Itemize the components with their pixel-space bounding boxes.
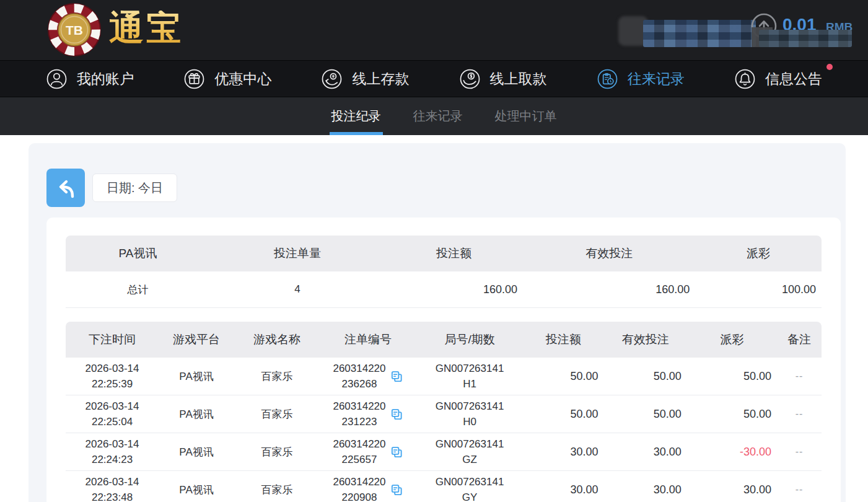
summary-header-valid-bet: 有效投注 — [523, 236, 695, 271]
back-button[interactable] — [46, 169, 85, 207]
bets-header-round: 局号/期数 — [416, 322, 523, 358]
cell-bet-amount: 30.00 — [523, 471, 604, 502]
app-root: TB 通宝 0.01 RMB 我的账户 — [0, 0, 868, 502]
toolbar: 日期: 今日 — [46, 169, 846, 207]
bets-header-platform: 游戏平台 — [159, 322, 234, 358]
content-panel: 日期: 今日 PA视讯 投注单量 投注额 有效投注 — [28, 143, 846, 502]
cell-round: GN007263141H0 — [416, 395, 523, 433]
bet-row: 2026-03-1422:25:39 PA视讯 百家乐 260314220236… — [66, 358, 822, 395]
nav-item-online-withdraw[interactable]: 线上取款 — [459, 68, 547, 90]
tab-bet-records[interactable]: 投注纪录 — [330, 97, 383, 135]
bets-header-note: 备注 — [777, 322, 822, 358]
cell-bet-time: 2026-03-1422:25:39 — [66, 358, 159, 395]
cell-game: 百家乐 — [234, 395, 320, 433]
tab-pending-orders[interactable]: 处理中订单 — [493, 97, 559, 135]
nav-item-promo-center[interactable]: 优惠中心 — [183, 68, 271, 90]
bell-icon — [734, 68, 756, 90]
summary-total-row: 总计 4 160.00 160.00 100.00 — [66, 271, 822, 308]
cell-bet-no: 260314220225657 — [320, 433, 416, 471]
cell-platform: PA视讯 — [159, 358, 234, 395]
gift-icon — [183, 68, 205, 90]
cell-game: 百家乐 — [234, 471, 320, 502]
copy-icon[interactable] — [390, 446, 403, 459]
summary-bet-amount: 160.00 — [385, 271, 523, 308]
cell-round: GN007263141H1 — [416, 358, 523, 395]
main-content: 日期: 今日 PA视讯 投注单量 投注额 有效投注 — [0, 143, 868, 502]
cell-bet-amount: 50.00 — [523, 395, 604, 433]
bets-header-game: 游戏名称 — [234, 322, 320, 358]
cell-valid-bet: 30.00 — [604, 433, 687, 471]
bets-header-payout: 派彩 — [687, 322, 777, 358]
date-filter-label: 日期: 今日 — [107, 180, 163, 196]
bets-table: 下注时间 游戏平台 游戏名称 注单编号 局号/期数 投注额 有效投注 派彩 备注 — [66, 322, 822, 502]
cell-round: GN007263141GY — [416, 471, 523, 502]
username-masked[interactable] — [613, 15, 761, 48]
cell-payout: 50.00 — [687, 395, 777, 433]
nav-item-announcements[interactable]: 信息公告 — [734, 68, 822, 90]
cell-valid-bet: 50.00 — [604, 358, 687, 395]
cell-bet-time: 2026-03-1422:25:04 — [66, 395, 159, 433]
brand-logo[interactable]: TB 通宝 — [47, 0, 183, 60]
nav-label: 线上存款 — [352, 69, 409, 89]
back-arrow-icon — [53, 175, 78, 200]
sub-navigation: 投注纪录 往来记录 处理中订单 — [0, 97, 868, 135]
cell-platform: PA视讯 — [159, 395, 234, 433]
summary-total-label: 总计 — [66, 271, 210, 308]
bets-header-row: 下注时间 游戏平台 游戏名称 注单编号 局号/期数 投注额 有效投注 派彩 备注 — [66, 322, 822, 358]
username-blur-overlay — [643, 20, 756, 47]
brand-name: 通宝 — [109, 11, 183, 50]
summary-header-payout: 派彩 — [695, 236, 822, 271]
notification-badge-dot — [826, 64, 833, 70]
deposit-icon — [321, 68, 343, 90]
top-header: TB 通宝 0.01 RMB — [0, 0, 868, 60]
cell-bet-no: 260314220236268 — [320, 358, 416, 395]
date-filter-chip[interactable]: 日期: 今日 — [92, 174, 177, 202]
cell-game: 百家乐 — [234, 433, 320, 471]
cell-bet-no: 260314220231223 — [320, 395, 416, 433]
cell-round: GN007263141GZ — [416, 433, 523, 471]
summary-header-bet-amount: 投注额 — [385, 236, 523, 271]
bets-header-valid-bet: 有效投注 — [604, 322, 687, 358]
balance-area[interactable]: 0.01 RMB — [745, 10, 857, 51]
cell-note: -- — [777, 395, 822, 433]
copy-icon[interactable] — [390, 483, 403, 496]
cell-payout: 50.00 — [687, 358, 777, 395]
cell-bet-time: 2026-03-1422:24:23 — [66, 433, 159, 471]
tab-transaction-records[interactable]: 往来记录 — [411, 97, 465, 135]
summary-bet-count: 4 — [210, 271, 385, 308]
bet-row: 2026-03-1422:23:48 PA视讯 百家乐 260314220220… — [66, 471, 822, 502]
cell-bet-amount: 30.00 — [523, 433, 604, 471]
nav-item-online-deposit[interactable]: 线上存款 — [321, 68, 409, 90]
main-navigation: 我的账户 优惠中心 线上存款 — [0, 60, 868, 97]
cell-platform: PA视讯 — [159, 471, 234, 502]
copy-icon[interactable] — [390, 370, 403, 383]
cell-game: 百家乐 — [234, 358, 320, 395]
bet-row: 2026-03-1422:24:23 PA视讯 百家乐 260314220225… — [66, 433, 822, 471]
tab-label: 处理中订单 — [495, 108, 557, 125]
copy-icon[interactable] — [390, 408, 403, 421]
logo-badge-text: TB — [66, 23, 83, 37]
cell-bet-no: 260314220220908 — [320, 471, 416, 502]
bet-row: 2026-03-1422:25:04 PA视讯 百家乐 260314220231… — [66, 395, 822, 433]
nav-label: 我的账户 — [77, 69, 134, 89]
bets-header-time: 下注时间 — [66, 322, 159, 358]
cell-valid-bet: 30.00 — [604, 471, 687, 502]
summary-header-platform: PA视讯 — [66, 236, 210, 271]
bets-header-bet-amount: 投注额 — [523, 322, 604, 358]
cell-platform: PA视讯 — [159, 433, 234, 471]
nav-item-my-account[interactable]: 我的账户 — [46, 68, 134, 90]
nav-label: 往来记录 — [628, 69, 685, 89]
nav-label: 优惠中心 — [214, 69, 271, 89]
nav-item-records[interactable]: 往来记录 — [597, 68, 685, 90]
summary-payout: 100.00 — [695, 271, 822, 308]
tab-label: 投注纪录 — [331, 108, 381, 125]
cell-payout: 30.00 — [687, 471, 777, 502]
records-card: PA视讯 投注单量 投注额 有效投注 派彩 总计 4 160.00 160.00 — [46, 218, 841, 502]
cell-note: -- — [777, 358, 822, 395]
cell-bet-amount: 50.00 — [523, 358, 604, 395]
summary-table: PA视讯 投注单量 投注额 有效投注 派彩 总计 4 160.00 160.00 — [66, 236, 822, 308]
cell-payout: -30.00 — [687, 433, 777, 471]
cell-note: -- — [777, 471, 822, 502]
user-icon — [46, 68, 68, 90]
bets-header-bet-no: 注单编号 — [320, 322, 416, 358]
